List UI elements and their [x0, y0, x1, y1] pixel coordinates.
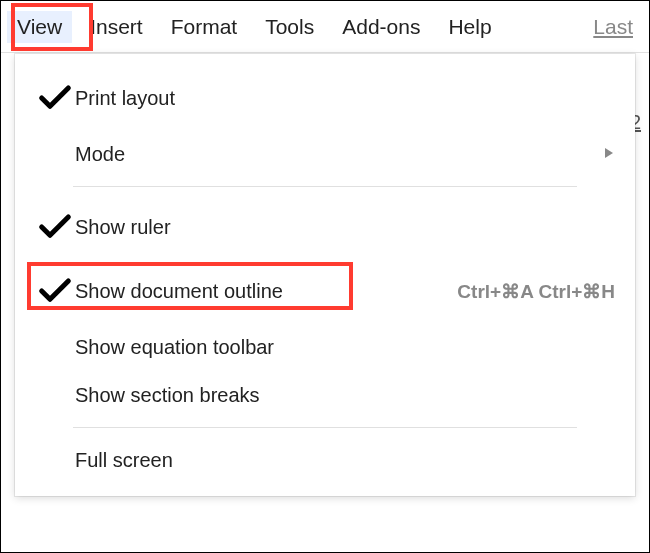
menubar: View Insert Format Tools Add-ons Help La…	[1, 1, 649, 53]
keyboard-shortcut: Ctrl+⌘A Ctrl+⌘H	[457, 280, 615, 303]
view-dropdown: Print layout Mode Show ruler Show docume…	[15, 54, 635, 496]
menu-item-label: Show ruler	[75, 216, 171, 239]
menu-format[interactable]: Format	[171, 15, 238, 39]
check-icon	[35, 78, 75, 118]
menu-item-label: Print layout	[75, 87, 175, 110]
menu-view[interactable]: View	[7, 11, 72, 43]
menu-insert[interactable]: Insert	[90, 15, 143, 39]
menu-tools[interactable]: Tools	[265, 15, 314, 39]
menu-last-edit[interactable]: Last	[593, 15, 633, 39]
menu-mode[interactable]: Mode	[15, 130, 635, 178]
check-icon	[35, 207, 75, 247]
menu-show-document-outline[interactable]: Show document outline Ctrl+⌘A Ctrl+⌘H	[15, 259, 635, 323]
menu-print-layout[interactable]: Print layout	[15, 66, 635, 130]
menu-help[interactable]: Help	[448, 15, 491, 39]
submenu-arrow-icon	[603, 146, 615, 162]
check-icon	[35, 271, 75, 311]
menu-item-label: Show equation toolbar	[75, 336, 274, 359]
menu-show-equation-toolbar[interactable]: Show equation toolbar	[15, 323, 635, 371]
menu-addons[interactable]: Add-ons	[342, 15, 420, 39]
menu-item-label: Full screen	[75, 449, 173, 472]
menu-full-screen[interactable]: Full screen	[15, 436, 635, 484]
menu-item-label: Mode	[75, 143, 125, 166]
menu-show-section-breaks[interactable]: Show section breaks	[15, 371, 635, 419]
menu-divider	[73, 186, 577, 187]
menu-item-label: Show document outline	[75, 280, 283, 303]
menu-item-label: Show section breaks	[75, 384, 260, 407]
svg-marker-0	[605, 148, 613, 158]
menu-show-ruler[interactable]: Show ruler	[15, 195, 635, 259]
menu-divider	[73, 427, 577, 428]
